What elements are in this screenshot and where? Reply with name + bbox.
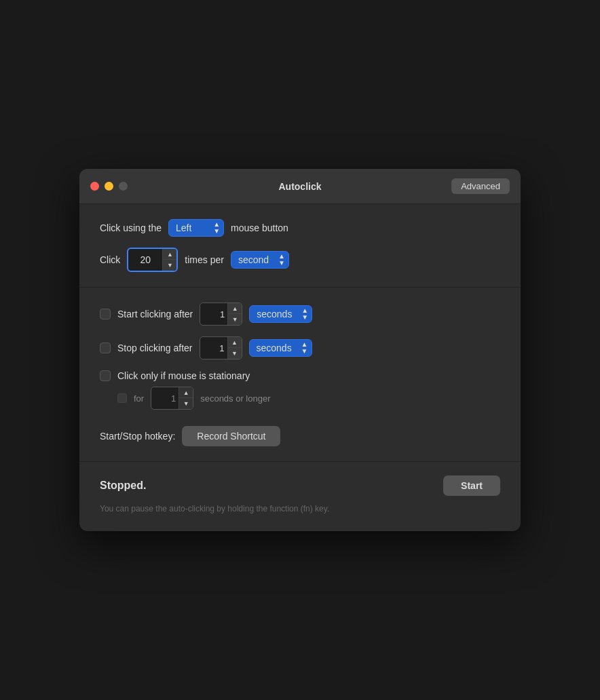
stationary-stepper: ▲ ▼ [151, 387, 193, 410]
record-shortcut-button[interactable]: Record Shortcut [182, 426, 280, 446]
minimize-button[interactable] [105, 182, 113, 191]
status-text: Stopped. [100, 480, 146, 492]
stationary-label: Click only if mouse is stationary [117, 370, 250, 381]
titlebar: Autoclick Advanced [79, 169, 521, 204]
click-count-input[interactable] [128, 252, 162, 268]
stationary-up-button[interactable]: ▲ [179, 387, 193, 398]
start-delay-stepper-buttons: ▲ ▼ [227, 303, 242, 325]
for-label: for [134, 393, 144, 404]
start-delay-stepper: ▲ ▼ [200, 303, 242, 326]
stationary-unit-label: seconds or longer [200, 393, 270, 404]
mouse-button-select[interactable]: Left Right Middle [168, 219, 224, 237]
traffic-lights [90, 182, 128, 191]
advanced-button[interactable]: Advanced [451, 178, 510, 194]
stop-delay-up-button[interactable]: ▲ [228, 337, 242, 348]
status-section: Stopped. Start You can pause the auto-cl… [79, 462, 521, 531]
status-row: Stopped. Start [100, 475, 500, 496]
start-delay-down-button[interactable]: ▼ [228, 314, 242, 325]
maximize-button[interactable] [119, 182, 128, 191]
click-count-down-button[interactable]: ▼ [163, 260, 176, 271]
hotkey-label: Start/Stop hotkey: [100, 431, 175, 442]
click-count-stepper-buttons: ▲ ▼ [162, 249, 176, 271]
click-label: Click [100, 254, 120, 265]
click-using-label: Click using the [100, 222, 162, 233]
stop-delay-stepper: ▲ ▼ [200, 336, 242, 359]
close-button[interactable] [90, 182, 99, 191]
hint-text: You can pause the auto-clicking by holdi… [100, 503, 385, 515]
click-settings-section: Click using the Left Right Middle ▲▼ mou… [79, 204, 521, 288]
times-per-label: times per [185, 254, 224, 265]
stop-delay-stepper-buttons: ▲ ▼ [227, 337, 242, 359]
start-unit-select-wrapper: seconds minutes hours ▲▼ [249, 305, 312, 323]
start-unit-select[interactable]: seconds minutes hours [249, 305, 312, 323]
app-window: Autoclick Advanced Click using the Left … [79, 169, 521, 531]
start-delay-label: Start clicking after [117, 309, 193, 319]
stationary-duration-row: for ▲ ▼ seconds or longer [117, 387, 500, 410]
rate-select-wrapper: second minute ▲▼ [231, 251, 289, 269]
delay-section: Start clicking after ▲ ▼ seconds minutes… [79, 288, 521, 462]
stationary-row: Click only if mouse is stationary [100, 370, 500, 381]
start-delay-checkbox[interactable] [100, 309, 111, 319]
mouse-button-row: Click using the Left Right Middle ▲▼ mou… [100, 219, 500, 237]
click-rate-row: Click ▲ ▼ times per second minute ▲▼ [100, 248, 500, 272]
mouse-button-suffix: mouse button [231, 222, 288, 233]
stop-unit-select-wrapper: seconds minutes hours ▲▼ [249, 339, 312, 357]
stop-delay-label: Stop clicking after [117, 343, 193, 353]
window-title: Autoclick [278, 181, 321, 192]
start-delay-up-button[interactable]: ▲ [228, 303, 242, 314]
stop-delay-row: Stop clicking after ▲ ▼ seconds minutes … [100, 336, 500, 359]
stationary-down-button[interactable]: ▼ [179, 398, 193, 409]
rate-select[interactable]: second minute [231, 251, 289, 269]
hotkey-row: Start/Stop hotkey: Record Shortcut [100, 426, 500, 446]
mouse-button-select-wrapper: Left Right Middle ▲▼ [168, 219, 224, 237]
stationary-stepper-buttons: ▲ ▼ [179, 387, 193, 409]
stationary-input[interactable] [151, 391, 179, 406]
start-delay-input[interactable] [200, 307, 227, 322]
click-count-up-button[interactable]: ▲ [163, 249, 176, 260]
stationary-sub-checkbox[interactable] [117, 393, 127, 403]
stop-delay-checkbox[interactable] [100, 343, 111, 353]
start-delay-row: Start clicking after ▲ ▼ seconds minutes… [100, 303, 500, 326]
stop-delay-input[interactable] [200, 341, 227, 355]
stop-unit-select[interactable]: seconds minutes hours [249, 339, 312, 357]
click-count-stepper: ▲ ▼ [127, 248, 178, 272]
stop-delay-down-button[interactable]: ▼ [228, 348, 242, 359]
stationary-checkbox[interactable] [100, 370, 111, 381]
start-button[interactable]: Start [443, 475, 500, 496]
